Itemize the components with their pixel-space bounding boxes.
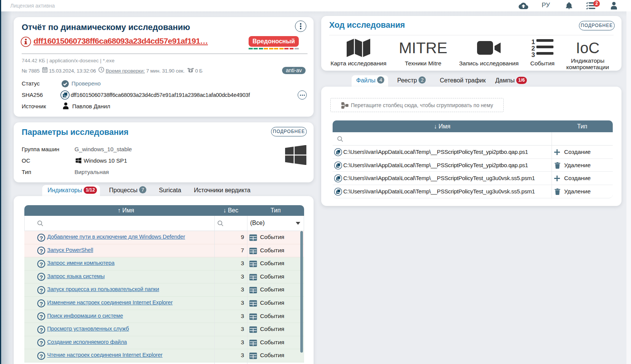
- svg-text:3: 3: [531, 51, 535, 57]
